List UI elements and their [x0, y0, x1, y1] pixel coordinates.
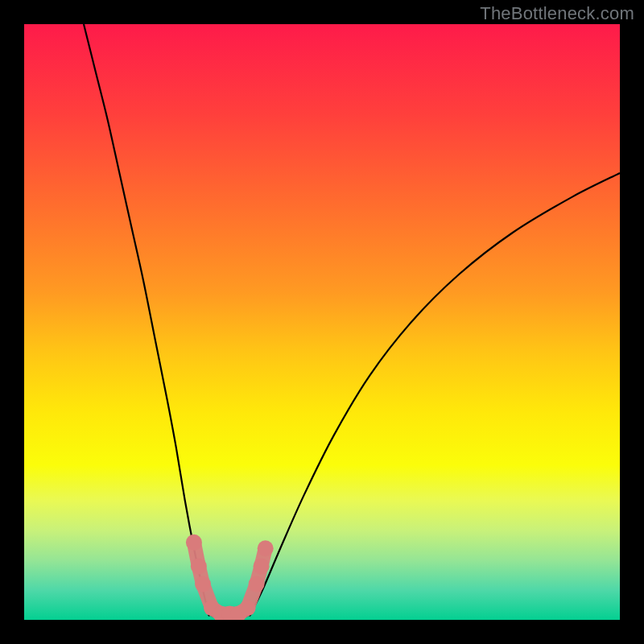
watermark-text: TheBottleneck.com	[480, 3, 634, 24]
valley-marker	[191, 558, 207, 574]
curve-group	[84, 24, 620, 618]
chart-frame: TheBottleneck.com	[0, 0, 644, 644]
valley-marker	[186, 535, 202, 551]
marker-group	[186, 535, 274, 620]
plot-area	[24, 24, 620, 620]
valley-marker	[249, 576, 265, 592]
valley-marker	[258, 540, 274, 556]
valley-marker	[195, 576, 211, 592]
chart-svg	[24, 24, 620, 620]
valley-marker	[254, 558, 270, 574]
bottleneck-curve	[84, 24, 620, 618]
valley-marker	[240, 600, 256, 616]
